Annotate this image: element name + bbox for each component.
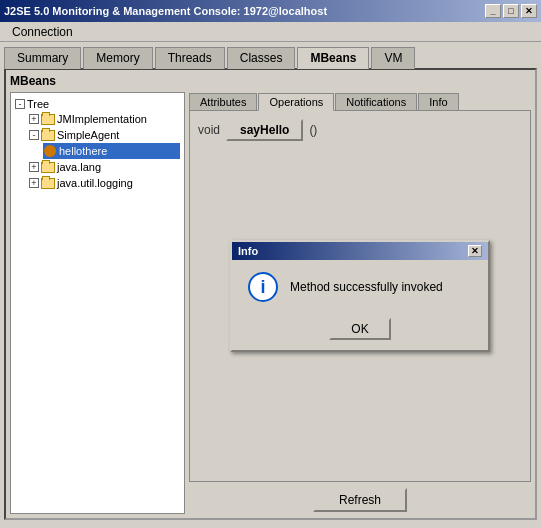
folder-icon-javalang — [41, 160, 55, 174]
minimize-button[interactable]: _ — [485, 4, 501, 18]
dialog-message: Method successfully invoked — [290, 280, 443, 294]
dialog-overlay: Info ✕ i Method successfully invoked — [190, 111, 530, 481]
folder-icon-jmimpl — [41, 112, 55, 126]
mbeans-label: MBeans — [10, 74, 531, 88]
tab-info[interactable]: Info — [418, 93, 458, 111]
dialog-box: Info ✕ i Method successfully invoked — [230, 240, 490, 352]
tree-item-javautillogging[interactable]: + java.util.logging — [29, 175, 180, 191]
folder-icon-javautillogging — [41, 176, 55, 190]
expand-icon-simpleagent[interactable]: - — [29, 130, 39, 140]
title-bar: J2SE 5.0 Monitoring & Management Console… — [0, 0, 541, 22]
dialog-buttons: OK — [232, 314, 488, 350]
tree-item-jmimpl[interactable]: + JMImplementation — [29, 111, 180, 127]
dialog-title: Info — [238, 245, 258, 257]
connection-menu[interactable]: Connection — [4, 23, 81, 41]
tree-panel: - Tree + JMImplementation - SimpleAgent … — [10, 92, 185, 514]
tree-label-jmimpl: JMImplementation — [57, 113, 147, 125]
refresh-button[interactable]: Refresh — [313, 488, 407, 512]
title-bar-buttons: _ □ ✕ — [485, 4, 537, 18]
dialog-title-bar: Info ✕ — [232, 242, 488, 260]
tab-classes[interactable]: Classes — [227, 47, 296, 69]
operations-content: void sayHello () Info ✕ — [189, 110, 531, 482]
tree-label-javautillogging: java.util.logging — [57, 177, 133, 189]
menu-bar: Connection — [0, 22, 541, 42]
tab-vm[interactable]: VM — [371, 47, 415, 69]
main-tabs: Summary Memory Threads Classes MBeans VM — [0, 42, 541, 68]
expand-icon-jmimpl[interactable]: + — [29, 114, 39, 124]
expand-icon-javautillogging[interactable]: + — [29, 178, 39, 188]
tab-notifications[interactable]: Notifications — [335, 93, 417, 111]
maximize-button[interactable]: □ — [503, 4, 519, 18]
tree-item-simpleagent[interactable]: - SimpleAgent — [29, 127, 180, 143]
ok-button[interactable]: OK — [329, 318, 390, 340]
split-layout: - Tree + JMImplementation - SimpleAgent … — [10, 92, 531, 514]
tree-label-simpleagent: SimpleAgent — [57, 129, 119, 141]
bottom-bar: Refresh — [189, 482, 531, 514]
expand-icon-root[interactable]: - — [15, 99, 25, 109]
tree-root-label: Tree — [27, 98, 49, 110]
info-icon: i — [248, 272, 278, 302]
tab-attributes[interactable]: Attributes — [189, 93, 257, 111]
tree-item-hellothere[interactable]: hellothere — [43, 143, 180, 159]
right-panel: Attributes Operations Notifications Info… — [189, 92, 531, 514]
content-area: MBeans - Tree + JMImplementation - Simpl… — [4, 68, 537, 520]
tree-item-javalang[interactable]: + java.lang — [29, 159, 180, 175]
tree-label-javalang: java.lang — [57, 161, 101, 173]
sub-tabs: Attributes Operations Notifications Info — [189, 92, 531, 110]
tree-root[interactable]: - Tree — [15, 97, 180, 111]
tab-threads[interactable]: Threads — [155, 47, 225, 69]
tab-operations[interactable]: Operations — [258, 93, 334, 111]
folder-icon-simpleagent — [41, 128, 55, 142]
tree-label-hellothere: hellothere — [59, 145, 107, 157]
dialog-close-button[interactable]: ✕ — [468, 245, 482, 257]
close-button[interactable]: ✕ — [521, 4, 537, 18]
title-text: J2SE 5.0 Monitoring & Management Console… — [4, 5, 327, 17]
tab-summary[interactable]: Summary — [4, 47, 81, 69]
tab-mbeans[interactable]: MBeans — [297, 47, 369, 69]
expand-icon-javalang[interactable]: + — [29, 162, 39, 172]
dialog-body: i Method successfully invoked — [232, 260, 488, 314]
tab-memory[interactable]: Memory — [83, 47, 152, 69]
bean-icon-hellothere — [43, 144, 57, 158]
